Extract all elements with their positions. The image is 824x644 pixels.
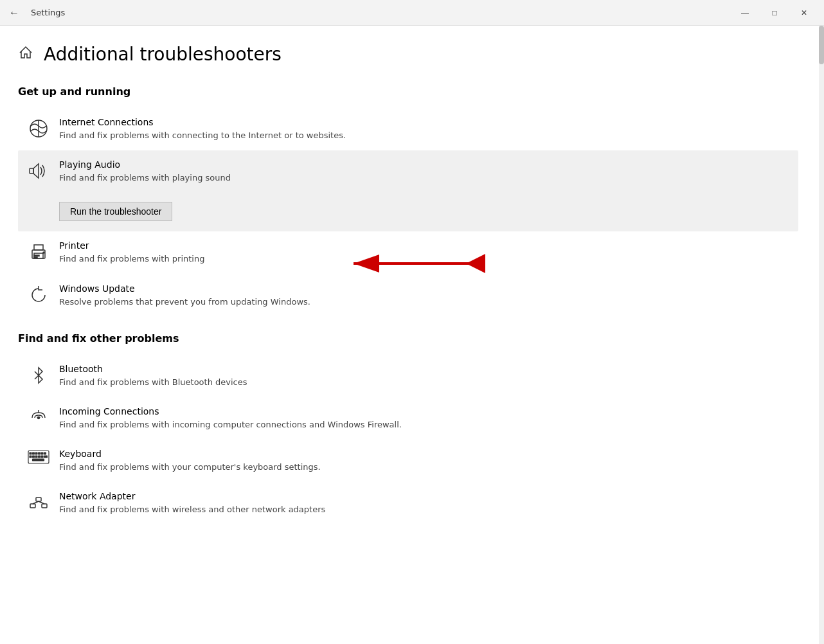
close-button[interactable]: ✕ — [789, 0, 819, 26]
audio-icon — [28, 159, 49, 181]
printer-icon — [28, 240, 49, 262]
item-bluetooth[interactable]: Bluetooth Find and fix problems with Blu… — [18, 355, 798, 397]
incoming-connections-text: Incoming Connections Find and fix proble… — [59, 406, 788, 431]
keyboard-name: Keyboard — [59, 449, 788, 459]
svg-marker-3 — [33, 164, 39, 178]
printer-text: Printer Find and fix problems with print… — [59, 240, 788, 265]
item-incoming-connections[interactable]: Incoming Connections Find and fix proble… — [18, 397, 798, 440]
svg-rect-25 — [39, 456, 40, 458]
svg-line-33 — [39, 501, 44, 504]
printer-desc: Find and fix problems with printing — [59, 253, 788, 265]
maximize-button[interactable]: □ — [760, 0, 789, 26]
svg-rect-2 — [30, 168, 33, 174]
title-bar: ← Settings — □ ✕ — [0, 0, 824, 26]
svg-rect-11 — [34, 257, 37, 258]
playing-audio-name: Playing Audio — [59, 159, 788, 170]
internet-connections-desc: Find and fix problems with connecting to… — [59, 130, 788, 141]
title-bar-left: ← Settings — [5, 4, 65, 22]
network-adapter-name: Network Adapter — [59, 491, 788, 501]
svg-rect-31 — [42, 504, 47, 508]
main-content: Additional troubleshooters Get up and ru… — [0, 26, 824, 644]
run-btn-row: Run the troubleshooter — [28, 202, 788, 221]
item-network-adapter[interactable]: Network Adapter Find and fix problems wi… — [18, 482, 798, 524]
section-heading-find-fix-other: Find and fix other problems — [18, 332, 798, 344]
svg-point-12 — [43, 252, 44, 253]
bluetooth-text: Bluetooth Find and fix problems with Blu… — [59, 364, 788, 388]
keyboard-desc: Find and fix problems with your computer… — [59, 461, 788, 473]
item-printer[interactable]: Printer Find and fix problems with print… — [18, 231, 798, 274]
svg-rect-23 — [33, 456, 35, 458]
internet-connections-text: Internet Connections Find and fix proble… — [59, 117, 788, 141]
page-header: Additional troubleshooters — [18, 44, 798, 65]
item-playing-audio[interactable]: Playing Audio Find and fix problems with… — [18, 150, 798, 231]
svg-rect-24 — [35, 456, 37, 458]
network-icon — [28, 491, 49, 513]
bluetooth-name: Bluetooth — [59, 364, 788, 374]
keyboard-icon — [28, 449, 49, 464]
section-heading-get-up-running: Get up and running — [18, 85, 798, 98]
windows-update-text: Windows Update Resolve problems that pre… — [59, 283, 788, 308]
internet-connections-name: Internet Connections — [59, 117, 788, 127]
back-button[interactable]: ← — [5, 4, 23, 22]
run-troubleshooter-button[interactable]: Run the troubleshooter — [59, 202, 172, 221]
svg-rect-30 — [36, 497, 41, 501]
page-title: Additional troubleshooters — [44, 44, 282, 65]
item-keyboard[interactable]: Keyboard Find and fix problems with your… — [18, 440, 798, 482]
svg-line-32 — [33, 501, 39, 504]
home-icon — [18, 45, 33, 64]
playing-audio-text: Playing Audio Find and fix problems with… — [59, 159, 788, 184]
minimize-button[interactable]: — — [730, 0, 760, 26]
title-bar-title: Settings — [31, 8, 65, 17]
windows-update-name: Windows Update — [59, 283, 788, 294]
svg-rect-29 — [30, 504, 35, 508]
section-get-up-running: Get up and running Internet Connections … — [18, 85, 798, 317]
item-windows-update[interactable]: Windows Update Resolve problems that pre… — [18, 274, 798, 317]
incoming-icon — [28, 406, 49, 428]
svg-rect-27 — [44, 456, 48, 458]
svg-rect-16 — [30, 452, 31, 454]
title-bar-controls: — □ ✕ — [730, 0, 819, 26]
incoming-connections-desc: Find and fix problems with incoming comp… — [59, 419, 788, 431]
svg-rect-19 — [39, 452, 40, 454]
bluetooth-desc: Find and fix problems with Bluetooth dev… — [59, 377, 788, 388]
windows-update-desc: Resolve problems that prevent you from u… — [59, 296, 788, 308]
item-internet-connections[interactable]: Internet Connections Find and fix proble… — [18, 108, 798, 150]
network-adapter-desc: Find and fix problems with wireless and … — [59, 504, 788, 515]
playing-audio-top: Playing Audio Find and fix problems with… — [28, 159, 788, 184]
svg-rect-21 — [44, 452, 46, 454]
bluetooth-icon — [28, 364, 49, 386]
keyboard-text: Keyboard Find and fix problems with your… — [59, 449, 788, 473]
playing-audio-desc: Find and fix problems with playing sound — [59, 172, 788, 184]
network-adapter-text: Network Adapter Find and fix problems wi… — [59, 491, 788, 515]
svg-rect-10 — [34, 255, 39, 256]
svg-rect-17 — [33, 452, 35, 454]
section-find-fix-other: Find and fix other problems Bluetooth Fi… — [18, 332, 798, 525]
printer-name: Printer — [59, 240, 788, 251]
incoming-connections-name: Incoming Connections — [59, 406, 788, 416]
svg-rect-26 — [41, 456, 43, 458]
svg-point-14 — [38, 416, 40, 418]
svg-rect-9 — [34, 245, 43, 250]
svg-rect-18 — [35, 452, 37, 454]
svg-rect-28 — [33, 459, 44, 461]
svg-rect-20 — [41, 452, 43, 454]
internet-icon — [28, 117, 49, 139]
svg-rect-22 — [30, 456, 31, 458]
update-icon — [28, 283, 49, 305]
